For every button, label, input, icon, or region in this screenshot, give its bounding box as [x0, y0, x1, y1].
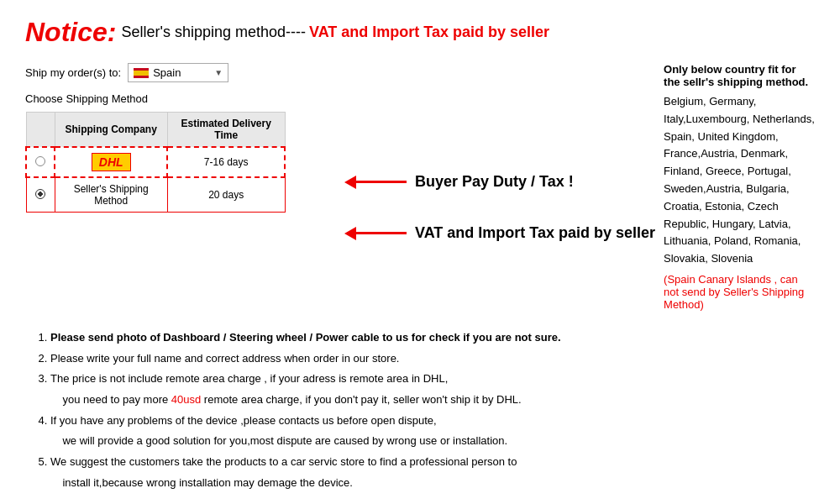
- table-header-delivery: Estimated Delivery Time: [167, 113, 285, 148]
- table-row-seller: Seller's Shipping Method 20 days: [26, 177, 285, 213]
- seller-company-cell: Seller's Shipping Method: [55, 177, 167, 213]
- dhl-company-cell: DHL: [55, 147, 167, 177]
- instructions-section: Please send photo of Dashboard / Steerin…: [25, 328, 815, 494]
- ship-to-row: Ship my order(s) to: Spain ▼: [25, 63, 344, 82]
- dhl-annotation-text: Buyer Pay Duty / Tax !: [415, 173, 574, 191]
- instruction-1-text: Please send photo of Dashboard / Steerin…: [50, 331, 561, 344]
- instructions-list: Please send photo of Dashboard / Steerin…: [34, 328, 815, 494]
- notice-header: Notice: Seller's shipping method---- VAT…: [25, 17, 815, 48]
- seller-radio-cell[interactable]: [26, 177, 55, 213]
- arrowshaft-dhl-icon: [356, 181, 407, 183]
- arrowhead-seller-icon: [344, 227, 356, 240]
- instruction-item-2: Please write your full name and correct …: [50, 349, 815, 370]
- arrow-seller: [344, 227, 407, 240]
- instruction-2-text: Please write your full name and correct …: [50, 352, 399, 365]
- table-header-company: Shipping Company: [55, 113, 167, 148]
- seller-radio-icon[interactable]: [35, 189, 45, 199]
- seller-time-cell: 20 days: [167, 177, 285, 213]
- spain-flag-icon: [134, 68, 149, 78]
- selected-country: Spain: [153, 66, 181, 79]
- notice-label: Notice:: [25, 17, 116, 48]
- country-select[interactable]: Spain ▼: [128, 63, 228, 82]
- usd-amount: 40usd: [171, 393, 201, 406]
- select-arrow-icon: ▼: [214, 68, 223, 77]
- country-panel: Only below country fit for the sellr's s…: [664, 63, 815, 311]
- annotation-row-seller: VAT and Import Tax paid by seller: [344, 224, 655, 242]
- instruction-3-text: The price is not include remote area cha…: [50, 372, 522, 406]
- country-list: Belgium, Germany, Italy,Luxembourg, Neth…: [664, 93, 815, 268]
- notice-text-red: VAT and Import Tax paid by seller: [309, 24, 549, 41]
- choose-method-label: Choose Shipping Method: [25, 92, 344, 105]
- dhl-logo: DHL: [92, 153, 131, 171]
- shipping-table: Shipping Company Estimated Delivery Time…: [25, 112, 286, 213]
- instruction-item-4: If you have any problems of the device ,…: [50, 411, 815, 452]
- country-title: Only below country fit for the sellr's s…: [664, 63, 815, 88]
- dhl-radio-icon[interactable]: [35, 156, 45, 166]
- instruction-item-1: Please send photo of Dashboard / Steerin…: [50, 328, 815, 349]
- dhl-radio-cell[interactable]: [26, 147, 55, 177]
- instruction-5-text: We suggest the customers take the produc…: [50, 455, 517, 489]
- annotation-panel: Buyer Pay Duty / Tax ! VAT and Import Ta…: [344, 80, 655, 311]
- seller-annotation-text: VAT and Import Tax paid by seller: [415, 224, 655, 242]
- instruction-4-text: If you have any problems of the device ,…: [50, 414, 507, 448]
- arrow-dhl: [344, 176, 407, 189]
- dhl-time-cell: 7-16 days: [167, 147, 285, 177]
- annotation-row-dhl: Buyer Pay Duty / Tax !: [344, 173, 655, 191]
- arrowhead-dhl-icon: [344, 176, 356, 189]
- shipping-panel: Ship my order(s) to: Spain ▼ Choose Ship…: [25, 63, 344, 311]
- table-row-dhl: DHL 7-16 days: [26, 147, 285, 177]
- arrowshaft-seller-icon: [356, 232, 407, 234]
- canary-note: (Spain Canary Islands , can not send by …: [664, 273, 815, 311]
- ship-to-label: Ship my order(s) to:: [25, 66, 121, 79]
- table-header-radio: [26, 113, 55, 148]
- instruction-item-5: We suggest the customers take the produc…: [50, 452, 815, 493]
- notice-text-plain: Seller's shipping method----: [121, 24, 306, 41]
- instruction-item-3: The price is not include remote area cha…: [50, 369, 815, 410]
